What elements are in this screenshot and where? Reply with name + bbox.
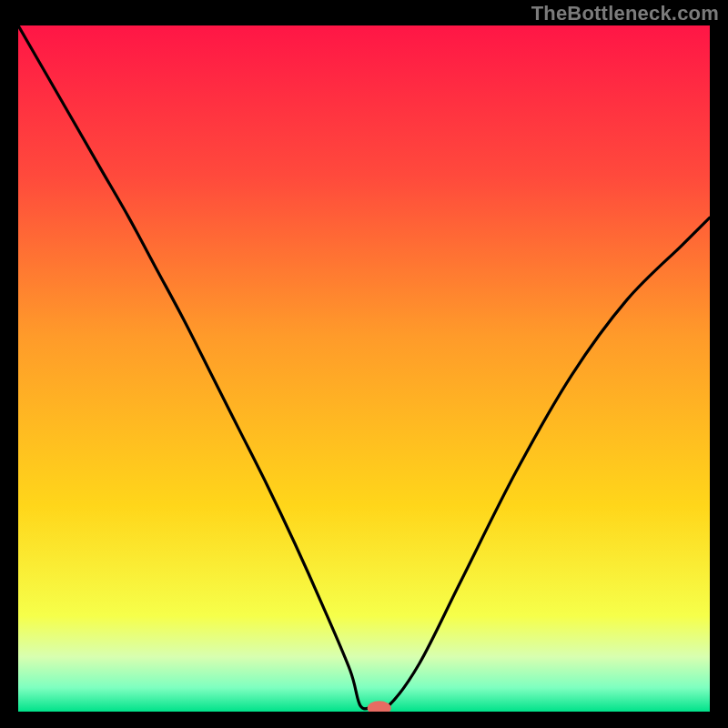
chart-background: [18, 25, 710, 712]
chart-svg: [18, 25, 710, 712]
watermark-text: TheBottleneck.com: [531, 2, 719, 25]
plot-area: [18, 25, 710, 712]
chart-container: TheBottleneck.com: [0, 0, 728, 728]
